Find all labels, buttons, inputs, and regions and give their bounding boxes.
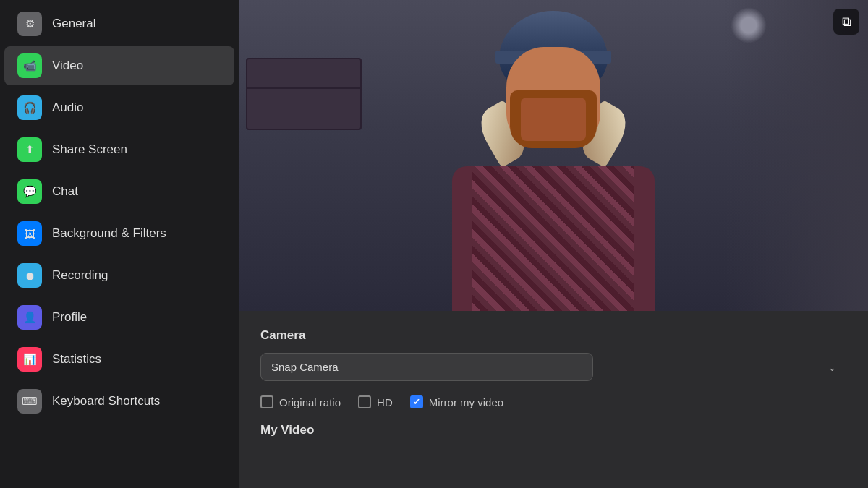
- share-screen-icon: ⬆: [17, 137, 42, 162]
- video-icon: 📹: [17, 53, 42, 78]
- sidebar-item-background-filters[interactable]: 🖼Background & Filters: [4, 214, 234, 253]
- beard: [510, 90, 597, 148]
- sidebar-item-recording[interactable]: ⏺Recording: [4, 256, 234, 295]
- recording-icon: ⏺: [17, 263, 42, 288]
- sidebar-label-background-filters: Background & Filters: [52, 226, 166, 241]
- checkbox-label-hd: HD: [377, 396, 393, 408]
- sidebar-item-chat[interactable]: 💬Chat: [4, 172, 234, 211]
- profile-icon: 👤: [17, 305, 42, 330]
- sidebar-label-keyboard-shortcuts: Keyboard Shortcuts: [52, 394, 160, 408]
- checkbox-item-mirror-video[interactable]: Mirror my video: [410, 395, 503, 408]
- sidebar-label-profile: Profile: [52, 310, 87, 325]
- sidebar-item-profile[interactable]: 👤Profile: [4, 298, 234, 337]
- sidebar-label-audio: Audio: [52, 100, 83, 115]
- main-panel: ⧉ Camera Snap CameraFaceTime HD CameraVi…: [239, 0, 868, 488]
- background-filters-icon: 🖼: [17, 221, 42, 246]
- face: [506, 47, 600, 148]
- checkbox-mirror-video[interactable]: [410, 395, 423, 408]
- sidebar-label-recording: Recording: [52, 268, 109, 283]
- sidebar-label-general: General: [52, 17, 95, 31]
- sidebar-item-statistics[interactable]: 📊Statistics: [4, 340, 234, 379]
- checkbox-original-ratio[interactable]: [260, 395, 273, 408]
- settings-panel: Camera Snap CameraFaceTime HD CameraVirt…: [239, 311, 868, 488]
- sidebar-label-statistics: Statistics: [52, 352, 101, 367]
- checkbox-row: Original ratioHDMirror my video: [260, 395, 846, 408]
- statistics-icon: 📊: [17, 347, 42, 372]
- sidebar-item-audio[interactable]: 🎧Audio: [4, 88, 234, 127]
- sidebar-item-share-screen[interactable]: ⬆Share Screen: [4, 130, 234, 169]
- keyboard-shortcuts-icon: ⌨: [17, 389, 42, 414]
- pip-button[interactable]: ⧉: [833, 9, 859, 35]
- audio-icon: 🎧: [17, 95, 42, 120]
- shirt: [452, 166, 655, 311]
- sidebar-item-general[interactable]: ⚙General: [4, 4, 234, 43]
- chat-icon: 💬: [17, 179, 42, 204]
- checkbox-label-original-ratio: Original ratio: [279, 396, 341, 408]
- head: [495, 47, 611, 177]
- general-icon: ⚙: [17, 12, 42, 36]
- sidebar-item-keyboard-shortcuts[interactable]: ⌨Keyboard Shortcuts: [4, 382, 234, 421]
- checkbox-item-hd[interactable]: HD: [358, 395, 393, 408]
- my-video-label: My Video: [260, 423, 846, 437]
- camera-select[interactable]: Snap CameraFaceTime HD CameraVirtual Cam…: [260, 353, 593, 381]
- video-preview: ⧉: [239, 0, 868, 311]
- sidebar: ⚙General📹Video🎧Audio⬆Share Screen💬Chat🖼B…: [0, 0, 239, 488]
- chevron-down-icon: ⌄: [828, 361, 836, 372]
- sidebar-item-video[interactable]: 📹Video: [4, 46, 234, 85]
- sidebar-label-chat: Chat: [52, 184, 78, 199]
- checkbox-item-original-ratio[interactable]: Original ratio: [260, 395, 341, 408]
- sidebar-label-share-screen: Share Screen: [52, 142, 127, 157]
- checkbox-label-mirror-video: Mirror my video: [429, 396, 503, 408]
- sidebar-label-video: Video: [52, 59, 83, 73]
- camera-label: Camera: [260, 328, 846, 343]
- camera-select-wrap: Snap CameraFaceTime HD CameraVirtual Cam…: [260, 353, 846, 381]
- checkbox-hd[interactable]: [358, 395, 371, 408]
